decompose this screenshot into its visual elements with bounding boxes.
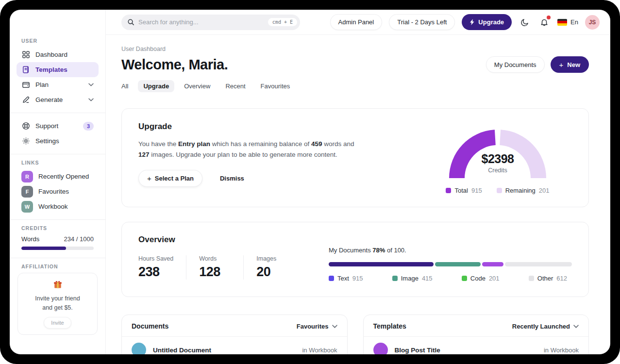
overview-card-title: Overview	[138, 235, 329, 245]
document-location: in Workbook	[302, 347, 337, 354]
gift-icon	[53, 280, 63, 289]
affiliation-text: Invite your friend and get $5.	[23, 294, 92, 313]
gauge-center-value: $2398	[444, 152, 551, 166]
stat-images: Images 20	[256, 255, 301, 280]
link-avatar: W	[21, 201, 33, 213]
sidebar-item-dashboard[interactable]: Dashboard	[17, 47, 99, 62]
sidebar-item-label: Recently Opened	[38, 173, 89, 180]
chevron-down-icon	[573, 325, 579, 328]
credits-progress-fill	[21, 247, 66, 250]
legend-item-text: Text 915	[329, 275, 363, 282]
main-area: Search for anything... cmd + E Admin Pan…	[106, 10, 610, 354]
tab-all[interactable]: All	[116, 80, 134, 92]
stacked-bar-segment	[482, 262, 503, 266]
dismiss-button[interactable]: Dismiss	[220, 175, 244, 182]
overview-legend-swatch	[329, 276, 334, 281]
credits-progress-bar	[21, 247, 94, 250]
plus-icon: +	[147, 174, 151, 182]
tab-overview[interactable]: Overview	[179, 80, 216, 92]
search-shortcut-chip: cmd + E	[268, 18, 297, 26]
notifications-button[interactable]	[538, 16, 551, 29]
gauge-legend-swatch	[446, 188, 451, 193]
documents-card-title: Documents	[132, 322, 168, 330]
trial-status-button[interactable]: Trial - 2 Days Left	[389, 14, 455, 30]
overview-legend-swatch	[529, 276, 534, 281]
tab-recent[interactable]: Recent	[220, 80, 251, 92]
stacked-progress-bar	[329, 262, 572, 266]
overview-stats: Hours Saved 238 Words 128 Images 20	[138, 255, 329, 280]
dark-mode-toggle[interactable]	[519, 16, 531, 29]
legend-item-remaining: Remaining 201	[497, 187, 550, 194]
documents-progress: My Documents 78% of 100. Text	[329, 247, 572, 282]
bolt-icon	[469, 19, 475, 25]
select-plan-button[interactable]: + Select a Plan	[138, 170, 202, 187]
search-placeholder: Search for anything...	[138, 18, 264, 26]
overview-legend: Text 915 Image 415 Code 20	[329, 275, 572, 282]
sidebar-link-recently-opened[interactable]: R Recently Opened	[17, 169, 99, 184]
flag-germany-icon	[557, 19, 567, 26]
stat-hours-saved: Hours Saved 238	[138, 255, 186, 280]
stacked-bar-segment	[435, 262, 480, 266]
tab-favourites[interactable]: Favourites	[255, 80, 296, 92]
plus-icon: +	[559, 61, 564, 69]
credits-row: Words 234 / 1000	[17, 234, 99, 247]
link-avatar: R	[21, 171, 33, 182]
overview-legend-swatch	[392, 276, 398, 281]
sidebar-section-links: LINKS	[21, 160, 94, 165]
sidebar-section-credits: CREDITS	[21, 225, 94, 231]
gauge-center-label: Credits	[444, 167, 551, 174]
documents-filter-dropdown[interactable]: Favourites	[297, 323, 337, 330]
sidebar-link-favourites[interactable]: F Favourites	[17, 184, 99, 199]
search-icon	[127, 18, 134, 26]
templates-filter-dropdown[interactable]: Recently Launched	[512, 323, 579, 330]
invite-button[interactable]: Invite	[44, 317, 71, 329]
language-label: En	[570, 18, 578, 26]
sidebar-item-support[interactable]: Support 3	[17, 118, 99, 133]
stat-words: Words 128	[199, 255, 244, 280]
sidebar-item-label: Favourites	[38, 188, 69, 195]
templates-card: Templates Recently Launched Blog Post Ti…	[363, 314, 589, 354]
template-list-item[interactable]: Blog Post Title in Workbook	[364, 337, 589, 354]
language-selector[interactable]: En	[557, 18, 578, 26]
chevron-down-icon	[88, 98, 94, 101]
overview-card: Overview Hours Saved 238 Words 128	[121, 222, 589, 297]
templates-card-title: Templates	[373, 322, 406, 330]
sidebar-item-label: Dashboard	[35, 51, 67, 58]
sidebar-item-settings[interactable]: Settings	[17, 133, 99, 149]
tab-upgrade[interactable]: Upgrade	[138, 80, 174, 92]
templates-icon	[21, 66, 30, 74]
gear-icon	[21, 137, 30, 146]
gauge-legend-swatch	[497, 188, 502, 193]
legend-item-other: Other 612	[529, 275, 567, 282]
sidebar-divider	[10, 219, 105, 220]
sidebar-link-workbook[interactable]: W Workbook	[17, 199, 99, 214]
chevron-down-icon	[88, 83, 94, 86]
credits-gauge: $2398 Credits Total 915	[437, 124, 558, 194]
wallet-icon	[21, 81, 30, 89]
support-count-badge: 3	[83, 122, 94, 131]
sidebar-item-label: Support	[35, 122, 58, 130]
document-list-item[interactable]: Untitled Document in Workbook	[122, 337, 347, 354]
sidebar-item-plan[interactable]: Plan	[17, 77, 99, 92]
upgrade-card-title: Upgrade	[138, 122, 356, 132]
sidebar-item-templates[interactable]: Templates	[17, 62, 99, 77]
my-documents-button[interactable]: My Documents	[486, 56, 545, 73]
credits-value: 234 / 1000	[64, 235, 94, 243]
admin-panel-button[interactable]: Admin Panel	[330, 14, 383, 30]
search-input[interactable]: Search for anything... cmd + E	[121, 15, 300, 30]
tab-bar: All Upgrade Overview Recent Favourites	[116, 80, 589, 92]
sidebar-item-generate[interactable]: Generate	[17, 92, 99, 107]
page-title: Welcome, Maria.	[121, 57, 228, 73]
legend-item-image: Image 415	[392, 275, 433, 282]
chevron-down-icon	[332, 325, 337, 328]
user-avatar[interactable]: JS	[585, 15, 600, 30]
topbar-upgrade-button[interactable]: Upgrade	[462, 14, 512, 30]
sidebar-item-label: Generate	[35, 96, 63, 103]
content: User Dashboard Welcome, Maria. My Docume…	[106, 35, 610, 354]
new-button[interactable]: + New	[551, 56, 589, 73]
stacked-bar-segment	[329, 262, 434, 266]
legend-item-code: Code 201	[462, 275, 500, 282]
link-avatar: F	[21, 186, 33, 198]
stacked-bar-segment	[505, 262, 572, 266]
sidebar-item-label: Templates	[35, 66, 67, 73]
